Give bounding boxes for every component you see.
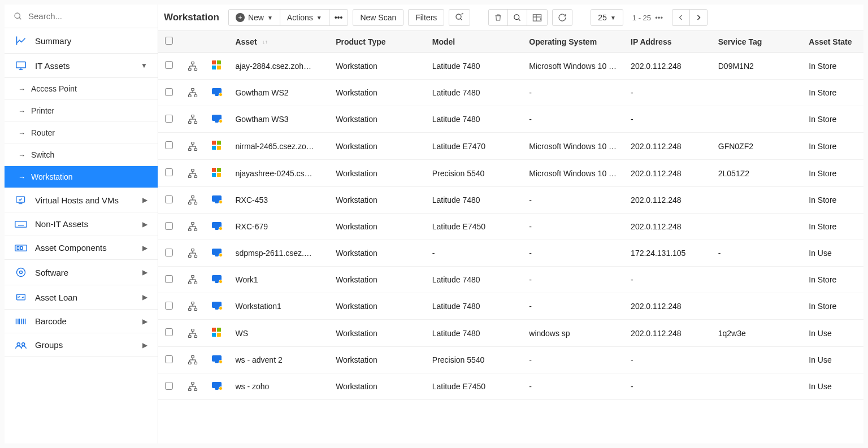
- refresh-button[interactable]: [552, 9, 572, 26]
- cell-asset[interactable]: Workstation1: [228, 293, 329, 320]
- table-row[interactable]: RXC-679 Workstation Latitude E7450 - 202…: [158, 214, 863, 240]
- nav-asset-loan[interactable]: Asset Loan ▶: [5, 285, 158, 310]
- table-row[interactable]: Workstation1 Workstation Latitude 7480 -…: [158, 293, 863, 320]
- page-size-button[interactable]: 25 ▼: [591, 9, 623, 26]
- cell-product-type: Workstation: [329, 267, 426, 293]
- row-checkbox[interactable]: [165, 249, 173, 256]
- cell-service-tag: [711, 187, 802, 214]
- nav-non-it-assets[interactable]: Non-IT Assets ▶: [5, 212, 158, 236]
- cell-asset[interactable]: sdpmsp-2611.csez.…: [228, 240, 329, 267]
- cell-service-tag: [711, 80, 802, 106]
- col-os[interactable]: Operating System: [522, 31, 624, 53]
- cell-ip: -: [624, 106, 711, 133]
- cell-product-type: Workstation: [329, 240, 426, 267]
- row-checkbox[interactable]: [165, 328, 173, 336]
- column-config-button[interactable]: [527, 9, 548, 26]
- sidebar-sub-workstation[interactable]: →Workstation: [5, 166, 158, 188]
- row-checkbox[interactable]: [165, 168, 173, 176]
- table-row[interactable]: njayashree-0245.cs… Workstation Precisio…: [158, 160, 863, 187]
- nav-virtual-hosts[interactable]: Virtual Hosts and VMs ▶: [5, 188, 158, 212]
- filters-button[interactable]: Filters: [408, 9, 444, 26]
- table-row[interactable]: nirmal-2465.csez.zo… Workstation Latitud…: [158, 133, 863, 160]
- cell-asset[interactable]: ajay-2884.csez.zoh…: [228, 53, 329, 80]
- row-checkbox[interactable]: [165, 141, 173, 149]
- hierarchy-icon[interactable]: [188, 248, 199, 258]
- cell-asset[interactable]: Gowtham WS2: [228, 80, 329, 106]
- hierarchy-icon[interactable]: [188, 114, 199, 124]
- search-input[interactable]: [28, 11, 149, 21]
- row-checkbox[interactable]: [165, 88, 173, 96]
- table-row[interactable]: ajay-2884.csez.zoh… Workstation Latitude…: [158, 53, 863, 80]
- table-row[interactable]: Work1 Workstation Latitude 7480 - - In S…: [158, 267, 863, 293]
- hierarchy-icon[interactable]: [188, 275, 199, 285]
- col-service-tag[interactable]: Service Tag: [711, 31, 802, 53]
- table-row[interactable]: Gowtham WS3 Workstation Latitude 7480 - …: [158, 106, 863, 133]
- row-checkbox[interactable]: [165, 195, 173, 203]
- table-row[interactable]: sdpmsp-2611.csez.… Workstation - - 172.2…: [158, 240, 863, 267]
- hierarchy-icon[interactable]: [188, 221, 199, 232]
- select-all-checkbox[interactable]: [165, 37, 173, 45]
- table-search-button[interactable]: [507, 9, 527, 26]
- col-ip[interactable]: IP Address: [624, 31, 711, 53]
- sidebar-sub-access-point[interactable]: →Access Point: [5, 78, 158, 100]
- hierarchy-icon[interactable]: [188, 61, 199, 71]
- saved-views-button[interactable]: [449, 9, 470, 26]
- nav-asset-components[interactable]: Asset Components ▶: [5, 236, 158, 260]
- cell-asset[interactable]: WS: [228, 320, 329, 347]
- row-checkbox[interactable]: [165, 355, 173, 363]
- monitor-badge-icon: [212, 249, 222, 256]
- sidebar-sub-printer[interactable]: →Printer: [5, 100, 158, 122]
- hierarchy-icon[interactable]: [188, 355, 199, 365]
- nav-summary[interactable]: Summary: [5, 28, 158, 54]
- svg-rect-29: [533, 14, 541, 20]
- cell-asset[interactable]: RXC-453: [228, 187, 329, 214]
- windows-icon: [212, 141, 221, 150]
- row-checkbox[interactable]: [165, 302, 173, 310]
- prev-page-button[interactable]: [672, 9, 690, 26]
- delete-button[interactable]: [488, 9, 508, 26]
- hierarchy-icon[interactable]: [188, 195, 199, 205]
- nav-it-assets[interactable]: IT Assets ▼: [5, 54, 158, 78]
- table-wrapper[interactable]: Asset ↓↑ Product Type Model Operating Sy…: [158, 31, 863, 443]
- cell-asset[interactable]: ws - advent 2: [228, 347, 329, 373]
- col-asset[interactable]: Asset ↓↑: [228, 31, 329, 53]
- hierarchy-icon[interactable]: [188, 168, 199, 179]
- table-row[interactable]: Gowtham WS2 Workstation Latitude 7480 - …: [158, 80, 863, 106]
- row-checkbox[interactable]: [165, 115, 173, 123]
- table-row[interactable]: ws - zoho Workstation Latitude E7450 - -…: [158, 373, 863, 400]
- hierarchy-icon[interactable]: [188, 141, 199, 151]
- cell-asset[interactable]: RXC-679: [228, 214, 329, 240]
- more-actions-button[interactable]: •••: [329, 9, 349, 26]
- search-box[interactable]: [5, 5, 158, 28]
- cell-asset[interactable]: Work1: [228, 267, 329, 293]
- cell-asset[interactable]: njayashree-0245.cs…: [228, 160, 329, 187]
- row-checkbox[interactable]: [165, 61, 173, 69]
- col-model[interactable]: Model: [426, 31, 522, 53]
- table-row[interactable]: RXC-453 Workstation Latitude 7480 - 202.…: [158, 187, 863, 214]
- col-product-type[interactable]: Product Type: [329, 31, 426, 53]
- cell-asset[interactable]: Gowtham WS3: [228, 106, 329, 133]
- row-checkbox[interactable]: [165, 382, 173, 390]
- sidebar-sub-router[interactable]: →Router: [5, 122, 158, 144]
- next-page-button[interactable]: [689, 9, 708, 26]
- new-scan-button[interactable]: New Scan: [353, 9, 403, 26]
- hierarchy-icon[interactable]: [188, 328, 199, 338]
- nav-software[interactable]: Software ▶: [5, 260, 158, 285]
- cell-os: -: [522, 214, 624, 240]
- col-asset-state[interactable]: Asset State: [802, 31, 863, 53]
- table-row[interactable]: ws - advent 2 Workstation Precision 5540…: [158, 347, 863, 373]
- nav-barcode[interactable]: Barcode ▶: [5, 310, 158, 333]
- cell-asset[interactable]: ws - zoho: [228, 373, 329, 400]
- row-checkbox[interactable]: [165, 222, 173, 230]
- nav-groups[interactable]: Groups ▶: [5, 333, 158, 357]
- refresh-icon: [558, 13, 567, 22]
- new-button[interactable]: + New ▼: [228, 9, 280, 26]
- sidebar-sub-switch[interactable]: →Switch: [5, 144, 158, 166]
- hierarchy-icon[interactable]: [188, 88, 199, 98]
- row-checkbox[interactable]: [165, 275, 173, 283]
- actions-button[interactable]: Actions ▼: [280, 9, 329, 26]
- hierarchy-icon[interactable]: [188, 381, 199, 392]
- hierarchy-icon[interactable]: [188, 301, 199, 311]
- cell-asset[interactable]: nirmal-2465.csez.zo…: [228, 133, 329, 160]
- table-row[interactable]: WS Workstation Latitude 7480 windows sp …: [158, 320, 863, 347]
